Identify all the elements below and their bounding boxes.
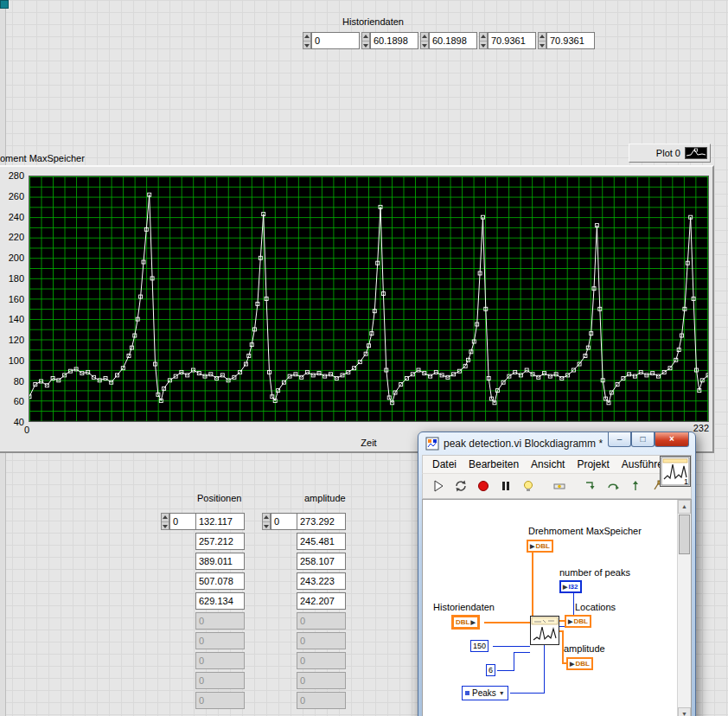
menu-item-ansicht[interactable]: Ansicht — [525, 457, 571, 472]
historiendaten-dbl-control-terminal[interactable]: DBL▶ — [451, 615, 480, 630]
decrement-icon[interactable] — [303, 42, 310, 49]
historiendaten-array-label: Historiendaten — [342, 16, 404, 27]
index-spinner[interactable] — [262, 513, 271, 530]
decrement-icon[interactable] — [362, 42, 369, 49]
pause-icon[interactable] — [495, 476, 516, 496]
toolbar — [422, 473, 692, 499]
array-element: 257.212 — [195, 533, 245, 550]
y-axis-tick-label: 140 — [0, 314, 24, 324]
array-element[interactable]: 70.9361 — [479, 32, 536, 49]
y-axis: 280260240220200180160140120100806040 — [0, 170, 25, 430]
abort-execution-icon[interactable] — [473, 476, 494, 496]
run-icon[interactable] — [428, 476, 449, 496]
array-element: 0 — [297, 692, 346, 709]
historiendaten-array: 0 60.189860.189870.936170.9361 — [303, 32, 595, 49]
minimize-button[interactable]: – — [608, 432, 631, 447]
peaks-mode-enum-constant[interactable]: Peaks ▼ — [462, 686, 508, 700]
y-axis-tick-label: 180 — [0, 273, 24, 284]
index-spinner[interactable] — [161, 513, 169, 530]
increment-icon[interactable] — [480, 33, 487, 42]
plot-legend[interactable]: Plot 0 — [629, 144, 711, 163]
vi-icon[interactable]: 1 — [660, 456, 691, 487]
amplitude-array-label: amplitude — [304, 493, 346, 503]
array-element: 0 — [297, 612, 346, 630]
highlight-execution-icon[interactable] — [518, 476, 539, 496]
menu-item-bearbeiten[interactable]: Bearbeiten — [463, 457, 525, 472]
plot-legend-label: Plot 0 — [656, 148, 680, 158]
window-titlebar[interactable]: peak detection.vi Blockdiagramm * – □ × — [418, 432, 695, 455]
numeric-value[interactable]: 70.9361 — [546, 32, 595, 49]
drehmoment-dbl-terminal[interactable]: ▶DBL — [527, 540, 553, 553]
decrement-icon[interactable] — [162, 522, 169, 530]
drehmoment-label[interactable]: Drehmoment MaxSpeicher — [528, 526, 642, 536]
scroll-up-icon[interactable]: ▲ — [678, 500, 691, 514]
plot-legend-swatch-icon — [685, 147, 707, 159]
run-continuously-icon[interactable] — [450, 476, 471, 496]
historiendaten-index-value[interactable]: 0 — [311, 32, 360, 49]
scrollbar-thumb[interactable] — [679, 515, 690, 554]
index-spinner[interactable] — [303, 32, 311, 49]
positionen-array-label: Positionen — [197, 493, 241, 503]
locations-label[interactable]: Locations — [575, 602, 616, 612]
increment-icon[interactable] — [303, 33, 310, 42]
element-spinner[interactable] — [538, 32, 546, 49]
array-element: 243.223 — [297, 572, 346, 590]
amplitude-elements: 273.292245.481258.107243.223242.20700000 — [297, 513, 346, 712]
scroll-down-icon[interactable]: ▼ — [678, 707, 691, 716]
increment-icon[interactable] — [162, 514, 169, 522]
maximize-button[interactable]: □ — [631, 432, 655, 447]
historiendaten-bd-label[interactable]: Historiendaten — [433, 602, 495, 612]
panel-origin-marker — [0, 0, 9, 9]
wire-width[interactable] — [497, 652, 530, 670]
peak-detector-vi-node[interactable] — [530, 616, 559, 645]
terminal-arrow-icon: ▶ — [568, 617, 572, 626]
number-of-peaks-i32-terminal[interactable]: ▶I32 — [559, 580, 582, 593]
array-element[interactable]: 60.1898 — [361, 32, 418, 49]
historiendaten-index-control[interactable]: 0 — [303, 32, 360, 49]
menu-item-datei[interactable]: Datei — [426, 457, 463, 472]
menu-bar: DateiBearbeitenAnsichtProjektAusführen — [422, 455, 692, 473]
close-button[interactable]: × — [655, 432, 689, 447]
step-into-icon[interactable] — [580, 476, 601, 496]
x-axis-min-label: 0 — [24, 425, 36, 435]
menu-item-projekt[interactable]: Projekt — [571, 457, 615, 472]
number-of-peaks-label[interactable]: number of peaks — [559, 567, 630, 578]
element-spinner[interactable] — [479, 32, 488, 49]
labview-front-panel: { "historiendaten": { "label": "Historie… — [0, 0, 728, 716]
array-element[interactable]: 60.1898 — [420, 32, 477, 49]
array-element[interactable]: 70.9361 — [538, 32, 595, 49]
step-out-icon[interactable] — [625, 476, 646, 496]
increment-icon[interactable] — [263, 514, 270, 522]
amplitude-bd-label[interactable]: amplitude — [564, 643, 605, 654]
array-element: 0 — [297, 672, 346, 689]
element-spinner[interactable] — [420, 32, 429, 49]
diagram-canvas[interactable]: Drehmoment MaxSpeicher ▶DBL number of pe… — [422, 499, 692, 716]
vertical-scrollbar[interactable]: ▲ ▼ — [677, 500, 691, 716]
increment-icon[interactable] — [539, 33, 546, 42]
width-constant[interactable]: 6 — [486, 664, 495, 676]
increment-icon[interactable] — [362, 33, 369, 42]
y-axis-tick-label: 80 — [0, 376, 24, 387]
retain-wire-values-icon[interactable] — [549, 476, 570, 496]
decrement-icon[interactable] — [421, 42, 428, 49]
chart-plot-area — [29, 176, 709, 422]
numeric-value[interactable]: 70.9361 — [488, 32, 536, 49]
terminal-arrow-icon: ▶ — [570, 659, 574, 668]
y-axis-tick-label: 240 — [0, 212, 24, 222]
numeric-value[interactable]: 60.1898 — [429, 32, 477, 49]
array-element: 0 — [297, 652, 346, 669]
element-spinner[interactable] — [361, 32, 370, 49]
decrement-icon[interactable] — [480, 42, 487, 49]
amplitude-dbl-terminal[interactable]: ▶DBL — [566, 657, 593, 670]
array-element: 0 — [195, 652, 245, 669]
chevron-down-icon: ▼ — [499, 690, 505, 696]
decrement-icon[interactable] — [263, 522, 270, 530]
array-element: 258.107 — [297, 553, 346, 570]
decrement-icon[interactable] — [539, 42, 546, 49]
numeric-value[interactable]: 60.1898 — [370, 32, 418, 49]
increment-icon[interactable] — [421, 33, 428, 42]
threshold-constant[interactable]: 150 — [470, 640, 489, 652]
array-element: 273.292 — [297, 513, 346, 530]
step-over-icon[interactable] — [603, 476, 623, 496]
locations-dbl-terminal[interactable]: ▶DBL — [565, 615, 591, 628]
